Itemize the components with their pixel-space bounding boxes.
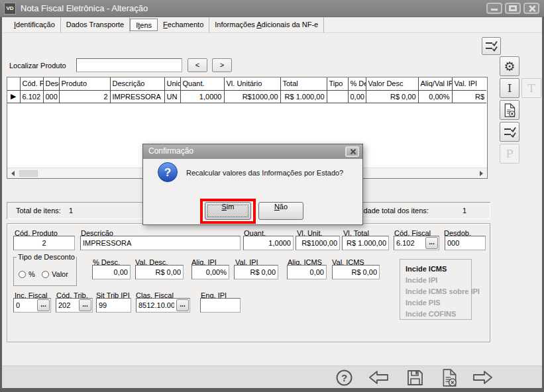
apply-items-button[interactable] <box>482 37 501 55</box>
cod-produto-field[interactable] <box>13 236 75 250</box>
sit-trib-ipi-field[interactable] <box>96 298 131 313</box>
yes-button[interactable]: Sim <box>205 202 251 220</box>
grid-header-vl-unitario[interactable]: Vl. Unitário <box>224 77 280 90</box>
table-row[interactable]: ▶ 6.102 000 2 IMPRESSORA UN 1,0000 R$100… <box>7 90 486 103</box>
gear-icon: ⚙ <box>504 60 515 73</box>
cod-trib-browse-button[interactable]: ... <box>79 299 91 311</box>
cell-total[interactable]: R$ 1.000,00 <box>280 90 327 103</box>
cancel-document-button[interactable] <box>437 368 461 387</box>
vl-unit-field[interactable] <box>296 236 340 250</box>
clas-fiscal-input[interactable] <box>136 301 176 309</box>
radio-percent[interactable]: % <box>19 268 35 279</box>
incide-cofins-flag: Incide COFINS <box>406 309 471 320</box>
tab-dados-transporte[interactable]: Dados Transporte <box>61 17 130 32</box>
cell-produto[interactable]: 2 <box>59 90 110 103</box>
grid-header-row: Cód. F Desd Produto Descrição Unid Quant… <box>7 77 486 90</box>
radio-percent-icon[interactable] <box>19 271 26 278</box>
incide-ipi-flag: Incide IPI <box>406 275 471 286</box>
letter-p-icon: P <box>506 147 513 160</box>
tab-fechamento[interactable]: Fechamento <box>158 17 209 32</box>
scroll-right-icon[interactable] <box>480 171 483 176</box>
desdob-field[interactable] <box>445 236 486 250</box>
tipo-desconto-legend: Tipo de Desconto <box>17 253 76 261</box>
help-icon: ? <box>335 369 353 387</box>
no-button[interactable]: Não <box>258 202 303 220</box>
tab-identificacao[interactable]: Identificação <box>9 17 61 32</box>
item-i-button[interactable]: I <box>500 78 519 98</box>
cell-aliq-val-ip[interactable]: 0,00% <box>418 90 452 103</box>
grid-header-cod-fiscal[interactable]: Cód. F <box>20 77 43 90</box>
cell-valor-desc[interactable]: R$ 0,00 <box>366 90 418 103</box>
grid-header-descricao[interactable]: Descrição <box>110 77 164 90</box>
radio-valor-icon[interactable] <box>42 271 49 278</box>
vl-total-field[interactable] <box>342 236 389 250</box>
confirm-items-button[interactable] <box>500 122 519 142</box>
perc-desc-field[interactable] <box>92 265 131 279</box>
next-item-button[interactable]: > <box>212 58 232 72</box>
cod-trib-field[interactable]: ... <box>56 298 93 313</box>
grid-header-desdobramento[interactable]: Desd <box>43 77 59 90</box>
minimize-icon <box>491 9 498 11</box>
minimize-button[interactable] <box>486 3 502 14</box>
tipo-desconto-groupbox: Tipo de Desconto % Valor <box>13 257 77 286</box>
cell-desdobramento[interactable]: 000 <box>43 90 59 103</box>
tab-informacoes-adicionais[interactable]: Informações Adicionais da NF-e <box>209 17 324 32</box>
close-button[interactable] <box>523 3 539 14</box>
inc-fiscal-browse-button[interactable]: ... <box>37 299 50 311</box>
cell-tipo[interactable] <box>327 90 348 103</box>
grid-header-perc-desc[interactable]: % De <box>348 77 366 90</box>
aliq-icms-field[interactable] <box>287 265 327 279</box>
settings-button[interactable]: ⚙ <box>500 56 519 76</box>
descricao-field[interactable] <box>80 236 241 250</box>
cell-quant[interactable]: 1,0000 <box>180 90 224 103</box>
save-icon <box>406 368 424 387</box>
window-title: Nota Fiscal Eletrônica - Alteração <box>21 0 148 17</box>
save-button[interactable] <box>403 368 427 387</box>
enq-ipi-field[interactable] <box>200 298 241 313</box>
maximize-button[interactable] <box>505 3 521 14</box>
help-button[interactable]: ? <box>332 368 356 387</box>
scrollbar-thumb[interactable] <box>19 170 38 177</box>
grid-header-total[interactable]: Total <box>280 77 327 90</box>
arrow-left-icon <box>367 369 390 386</box>
cell-val-ipi[interactable]: R$ <box>452 90 486 103</box>
cod-fiscal-field[interactable]: ... <box>394 236 439 250</box>
app-icon: VD <box>4 3 16 15</box>
cell-descricao[interactable]: IMPRESSORA <box>110 90 164 103</box>
inc-fiscal-input[interactable] <box>14 301 37 309</box>
grid-header-tipo[interactable]: Tipo <box>327 77 348 90</box>
radio-valor[interactable]: Valor <box>42 268 68 279</box>
next-button[interactable] <box>471 368 495 387</box>
grid-header-quant[interactable]: Quant. <box>180 77 224 90</box>
clas-fiscal-browse-button[interactable]: ... <box>176 299 189 311</box>
previous-button[interactable] <box>366 368 390 387</box>
grid-header-unid[interactable]: Unid <box>164 77 180 90</box>
grid-header-val-ipi[interactable]: Val. IPI <box>452 77 486 90</box>
grid-header-aliq-val-ip[interactable]: Aliq/Val IP <box>418 77 452 90</box>
cell-cod-fiscal[interactable]: 6.102 <box>20 90 43 103</box>
inc-fiscal-field[interactable]: ... <box>13 298 51 313</box>
dialog-close-button[interactable] <box>345 146 359 157</box>
delete-item-button[interactable] <box>500 100 519 120</box>
locator-input[interactable] <box>76 58 182 72</box>
quant-field[interactable] <box>243 236 294 250</box>
arrow-right-icon <box>472 369 494 386</box>
tab-bar: Identificação Dados Transporte Itens Fec… <box>2 17 542 33</box>
cell-vl-unitario[interactable]: R$1000,00 <box>224 90 280 103</box>
val-icms-field[interactable] <box>332 265 380 279</box>
tab-itens[interactable]: Itens <box>130 19 158 31</box>
cod-trib-input[interactable] <box>56 301 79 309</box>
grid-header-produto[interactable]: Produto <box>59 77 110 90</box>
val-desc-field[interactable] <box>135 265 184 279</box>
clas-fiscal-field[interactable]: ... <box>136 298 190 313</box>
aliq-ipi-field[interactable] <box>191 265 229 279</box>
cod-fiscal-input[interactable] <box>394 239 425 247</box>
prev-item-button[interactable]: < <box>188 58 207 72</box>
cell-perc-desc[interactable]: 0,00 <box>348 90 366 103</box>
cell-unid[interactable]: UN <box>164 90 180 103</box>
scroll-left-icon[interactable] <box>11 171 15 176</box>
grid-header-valor-desc[interactable]: Valor Desc <box>366 77 418 90</box>
val-ipi-field[interactable] <box>234 265 278 279</box>
locator-label: Localizar Produto <box>9 62 66 70</box>
cod-fiscal-browse-button[interactable]: ... <box>425 237 438 249</box>
